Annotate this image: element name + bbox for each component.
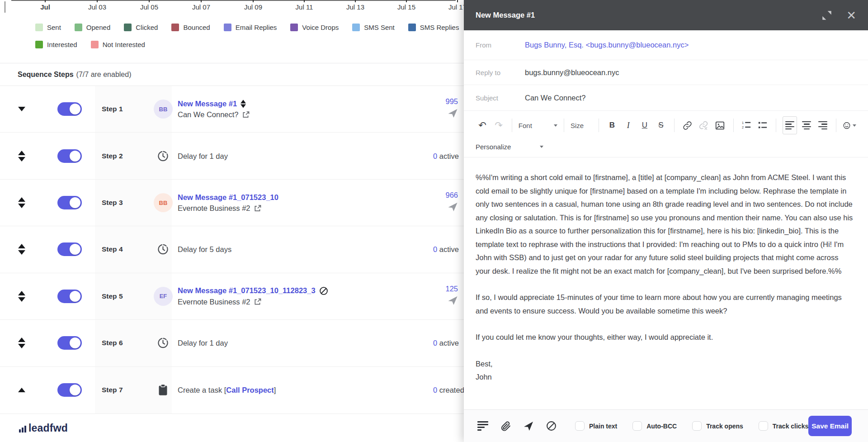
email-step-title[interactable]: New Message #1_071523_10 — [178, 193, 278, 202]
external-link-icon[interactable] — [254, 204, 261, 212]
legend-item[interactable]: Email Replies — [224, 24, 277, 31]
bold-button[interactable]: B — [605, 118, 619, 133]
axis-label: Jul 13 — [346, 3, 364, 11]
step-enabled-toggle[interactable] — [57, 102, 82, 116]
legend-label: SMS Sent — [364, 24, 395, 31]
step-enabled-toggle[interactable] — [57, 383, 82, 397]
drag-handle-icon[interactable] — [241, 100, 246, 108]
attachment-icon[interactable] — [500, 420, 511, 432]
sent-count[interactable]: 966 — [445, 191, 458, 200]
legend-label: Interested — [47, 41, 77, 48]
size-dropdown[interactable]: Size — [571, 122, 592, 129]
legend-item[interactable]: Voice Drops — [290, 24, 339, 31]
send-test-icon[interactable] — [523, 421, 534, 431]
image-icon[interactable] — [713, 118, 727, 133]
sent-count[interactable]: 125 — [445, 285, 458, 293]
axis-label: Jul 03 — [88, 3, 106, 11]
active-count[interactable]: 0 — [433, 245, 437, 253]
active-count[interactable]: 0 — [433, 339, 437, 347]
checkbox-label: Auto-BCC — [646, 423, 677, 430]
email-step-title[interactable]: New Message #1 — [178, 100, 250, 108]
delay-step-text: Delay for 5 days — [178, 245, 231, 254]
task-link[interactable]: Call Prospect — [226, 386, 274, 394]
underline-button[interactable]: U — [638, 118, 651, 133]
subject-value[interactable]: Can We Connect? — [525, 94, 586, 102]
reply-to-value[interactable]: bugs.bunny@blueocean.nyc — [525, 68, 619, 77]
leadfwd-logo[interactable]: leadfwd — [19, 422, 68, 434]
email-step-title[interactable]: New Message #1_071523_10_112823_3 — [178, 286, 328, 295]
reorder-handle[interactable] — [16, 107, 27, 111]
redo-icon[interactable]: ↷ — [492, 118, 505, 133]
reorder-handle[interactable] — [16, 151, 27, 162]
checkbox-box[interactable] — [632, 421, 642, 431]
legend-swatch — [171, 24, 179, 31]
sender-avatar: BB — [154, 193, 173, 212]
unsubscribe-icon[interactable] — [546, 420, 557, 432]
legend-item[interactable]: Clicked — [124, 24, 158, 31]
checkbox-label: Plain text — [589, 423, 617, 430]
move-down-icon — [18, 250, 25, 255]
step-enabled-toggle[interactable] — [57, 290, 82, 303]
checkbox-box[interactable] — [692, 421, 702, 431]
legend-item[interactable]: SMS Sent — [352, 24, 395, 31]
reorder-handle[interactable] — [16, 388, 27, 392]
from-value[interactable]: Bugs Bunny, Esq. <bugs.bunny@blueocean.n… — [525, 41, 689, 49]
personalize-dropdown[interactable]: Personalize — [476, 143, 543, 151]
reorder-handle[interactable] — [16, 197, 27, 208]
clock-icon — [156, 337, 169, 349]
step-enabled-toggle[interactable] — [57, 149, 82, 163]
legend-item[interactable]: Not Interested — [91, 41, 145, 48]
legend-swatch — [290, 24, 298, 31]
chevron-down-icon — [554, 124, 557, 127]
disabled-icon — [319, 286, 328, 295]
legend-item[interactable]: Bounced — [171, 24, 210, 31]
axis-tick — [149, 0, 150, 2]
checkbox-track-opens[interactable]: Track opens — [692, 421, 743, 431]
external-link-icon[interactable] — [254, 298, 261, 305]
align-center-icon[interactable] — [800, 118, 813, 133]
unlink-icon[interactable] — [697, 118, 711, 133]
email-body-editor[interactable]: %%I'm writing a short cold email to [fir… — [464, 157, 868, 409]
email-body-paragraph: %%I'm writing a short cold email to [fir… — [476, 171, 854, 278]
align-left-icon[interactable] — [783, 116, 797, 134]
checkbox-plain-text[interactable]: Plain text — [575, 421, 617, 431]
legend-item[interactable]: Sent — [35, 24, 61, 31]
checkbox-box[interactable] — [759, 421, 768, 431]
link-icon[interactable] — [681, 118, 694, 133]
reorder-handle[interactable] — [16, 291, 27, 302]
legend-label: SMS Replies — [420, 24, 459, 31]
checkbox-box[interactable] — [575, 421, 585, 431]
step-enabled-toggle[interactable] — [57, 242, 82, 256]
legend-swatch — [35, 24, 43, 31]
checkbox-auto-bcc[interactable]: Auto-BCC — [632, 421, 677, 431]
reorder-handle[interactable] — [16, 337, 27, 348]
reorder-handle[interactable] — [16, 244, 27, 255]
send-icon — [448, 205, 458, 213]
legend-item[interactable]: Opened — [75, 24, 110, 31]
legend-item[interactable]: Interested — [35, 41, 77, 48]
signature-icon[interactable] — [477, 421, 488, 431]
chart-axis-line — [11, 0, 456, 1]
active-count[interactable]: 0 — [433, 152, 437, 160]
align-right-icon[interactable] — [816, 118, 830, 133]
external-link-icon[interactable] — [242, 111, 250, 118]
active-count-suffix: active — [437, 152, 459, 160]
step-label: Step 6 — [102, 339, 123, 347]
emoji-icon[interactable] — [843, 118, 856, 133]
ordered-list-icon[interactable]: 12 — [740, 118, 753, 133]
step-enabled-toggle[interactable] — [57, 196, 82, 209]
save-email-button[interactable]: Save Email — [808, 416, 852, 436]
undo-icon[interactable]: ↶ — [476, 118, 489, 133]
strikethrough-button[interactable]: S — [654, 118, 668, 133]
bullet-list-icon[interactable] — [756, 118, 769, 133]
checkbox-track-clicks[interactable]: Track clicks — [759, 421, 808, 431]
expand-icon[interactable] — [821, 10, 833, 21]
italic-button[interactable]: I — [622, 118, 635, 133]
sent-count[interactable]: 995 — [445, 97, 458, 106]
legend-item[interactable]: SMS Replies — [408, 24, 459, 31]
step-enabled-toggle[interactable] — [57, 336, 82, 350]
font-dropdown[interactable]: Font — [519, 122, 557, 129]
close-icon[interactable]: ✕ — [846, 10, 856, 21]
chart-legend: SentOpenedClickedBouncedEmail RepliesVoi… — [0, 14, 464, 63]
created-count[interactable]: 0 — [433, 386, 437, 394]
